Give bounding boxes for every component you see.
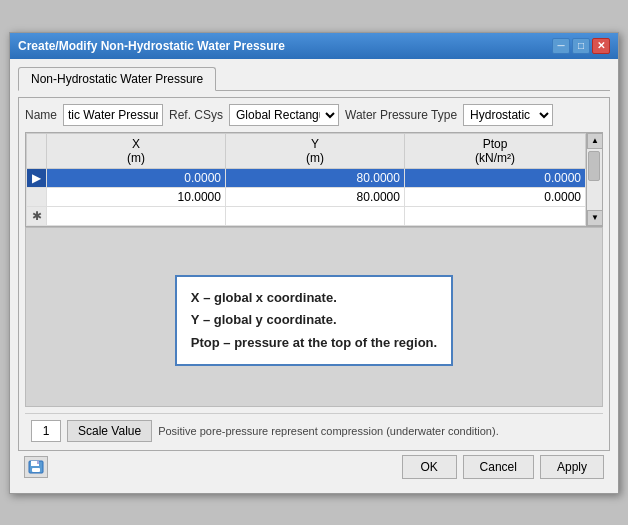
scroll-track [587, 149, 602, 210]
window-content: Non-Hydrostatic Water Pressure Name Ref.… [10, 59, 618, 493]
table-row[interactable]: 10.0000 80.0000 0.0000 [27, 187, 586, 206]
title-bar-buttons: ─ □ ✕ [552, 38, 610, 54]
refsys-label: Ref. CSys [169, 108, 223, 122]
info-line-2: Y – global y coordinate. [191, 309, 437, 331]
info-box: X – global x coordinate. Y – global y co… [175, 275, 453, 365]
cell-y[interactable]: 80.0000 [225, 168, 404, 187]
cell-x-empty[interactable] [47, 206, 226, 225]
maximize-button[interactable]: □ [572, 38, 590, 54]
action-bar-right: OK Cancel Apply [402, 455, 604, 479]
scroll-up-button[interactable]: ▲ [587, 133, 603, 149]
col-ptop-header: Ptop (kN/m²) [404, 133, 585, 168]
save-icon[interactable] [24, 456, 48, 478]
data-table: X (m) Y (m) Ptop (kN/m²) [26, 133, 586, 226]
window-title: Create/Modify Non-Hydrostatic Water Pres… [18, 39, 285, 53]
bottom-bar: Scale Value Positive pore-pressure repre… [25, 413, 603, 444]
minimize-button[interactable]: ─ [552, 38, 570, 54]
cell-y[interactable]: 80.0000 [225, 187, 404, 206]
cell-ptop[interactable]: 0.0000 [404, 187, 585, 206]
tab-non-hydrostatic[interactable]: Non-Hydrostatic Water Pressure [18, 67, 216, 91]
scrollbar[interactable]: ▲ ▼ [587, 132, 603, 227]
cell-x[interactable]: 0.0000 [47, 168, 226, 187]
info-line-1: X – global x coordinate. [191, 287, 437, 309]
col-indicator-header [27, 133, 47, 168]
wpt-select[interactable]: Hydrostatic [463, 104, 553, 126]
cell-x[interactable]: 10.0000 [47, 187, 226, 206]
action-bar: OK Cancel Apply [18, 451, 610, 485]
info-line-3: Ptop – pressure at the top of the region… [191, 332, 437, 354]
svg-rect-3 [37, 461, 39, 464]
name-label: Name [25, 108, 57, 122]
table-container: X (m) Y (m) Ptop (kN/m²) [25, 132, 587, 227]
cancel-button[interactable]: Cancel [463, 455, 534, 479]
scale-input[interactable] [31, 420, 61, 442]
scroll-thumb[interactable] [588, 151, 600, 181]
table-area: X (m) Y (m) Ptop (kN/m²) [25, 132, 603, 227]
scroll-down-button[interactable]: ▼ [587, 210, 603, 226]
tab-bar: Non-Hydrostatic Water Pressure [18, 67, 610, 91]
wpt-label: Water Pressure Type [345, 108, 457, 122]
status-text: Positive pore-pressure represent compres… [158, 425, 597, 437]
new-row-indicator: ✱ [27, 206, 47, 225]
action-bar-left [24, 456, 48, 478]
main-window: Create/Modify Non-Hydrostatic Water Pres… [9, 32, 619, 494]
col-y-header: Y (m) [225, 133, 404, 168]
title-bar: Create/Modify Non-Hydrostatic Water Pres… [10, 33, 618, 59]
gray-area: X – global x coordinate. Y – global y co… [25, 227, 603, 407]
row-indicator: ▶ [27, 168, 47, 187]
scale-value-button[interactable]: Scale Value [67, 420, 152, 442]
table-row-new[interactable]: ✱ [27, 206, 586, 225]
cell-ptop[interactable]: 0.0000 [404, 168, 585, 187]
close-button[interactable]: ✕ [592, 38, 610, 54]
row-indicator [27, 187, 47, 206]
toolbar-row: Name Ref. CSys Global Rectangul▾ Water P… [25, 104, 603, 126]
cell-ptop-empty[interactable] [404, 206, 585, 225]
name-input[interactable] [63, 104, 163, 126]
apply-button[interactable]: Apply [540, 455, 604, 479]
panel: Name Ref. CSys Global Rectangul▾ Water P… [18, 97, 610, 451]
cell-y-empty[interactable] [225, 206, 404, 225]
svg-rect-2 [32, 468, 40, 472]
save-svg [28, 460, 44, 474]
table-row[interactable]: ▶ 0.0000 80.0000 0.0000 [27, 168, 586, 187]
ok-button[interactable]: OK [402, 455, 457, 479]
col-x-header: X (m) [47, 133, 226, 168]
refsys-select[interactable]: Global Rectangul▾ [229, 104, 339, 126]
